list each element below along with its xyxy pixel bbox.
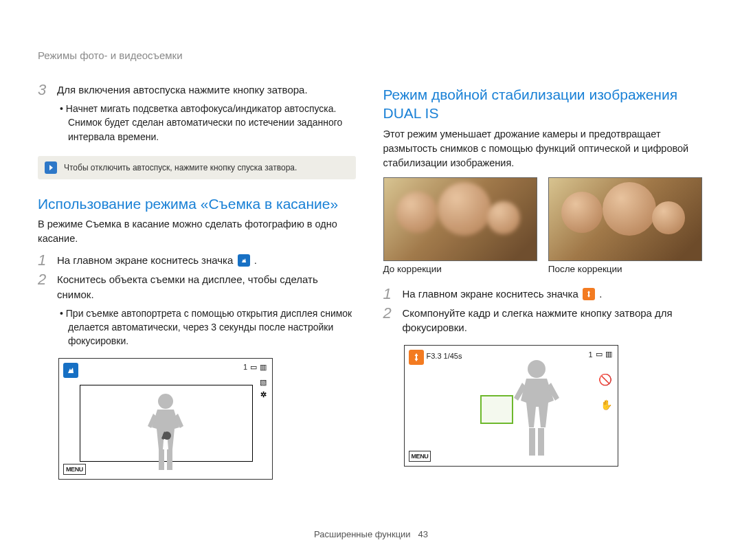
two-column-layout: 3 Для включения автоспуска нажмите кнопк… xyxy=(38,82,701,480)
step-number: 3 xyxy=(38,82,50,98)
info-icon xyxy=(45,161,57,174)
before-item: До коррекции xyxy=(383,177,536,274)
burst-icon: ✲ xyxy=(260,390,267,399)
footer-section-label: Расширенные функции xyxy=(314,529,411,539)
step-1-text-before-icon: На главном экране коснитесь значка xyxy=(57,254,236,266)
battery-icon: ▥ xyxy=(260,363,267,372)
before-after-row: До коррекции После коррекции xyxy=(383,177,701,274)
step-text: Для включения автоспуска нажмите кнопку … xyxy=(57,82,356,98)
svg-rect-2 xyxy=(167,449,172,470)
child-silhouette xyxy=(144,390,188,475)
step-2: 2 Скомпонуйте кадр и слегка нажмите кноп… xyxy=(383,306,701,336)
step-text: Скомпонуйте кадр и слегка нажмите кнопку… xyxy=(403,306,701,336)
dual-is-mode-icon xyxy=(583,288,595,300)
battery-icon: ▥ xyxy=(605,350,612,359)
note-box: Чтобы отключить автоспуск, нажмите кнопк… xyxy=(38,156,356,179)
stabilization-icon: ✋ xyxy=(600,399,612,410)
after-image xyxy=(548,177,702,261)
svg-rect-5 xyxy=(529,428,535,456)
shots-remaining: 1 xyxy=(243,363,247,371)
menu-button[interactable]: MENU xyxy=(63,464,86,475)
section-heading-dual-is: Режим двойной стабилизации изображения D… xyxy=(383,85,701,123)
manual-page: Режимы фото- и видеосъемки 3 Для включен… xyxy=(0,0,742,560)
note-text: Чтобы отключить автоспуск, нажмите кнопк… xyxy=(64,163,297,172)
step-1: 1 На главном экране коснитесь значка . xyxy=(38,253,356,268)
menu-button[interactable]: MENU xyxy=(409,451,431,462)
flash-icon: ▧ xyxy=(260,378,267,387)
before-image xyxy=(383,177,537,261)
svg-point-4 xyxy=(528,360,546,378)
no-flash-icon: 🚫 xyxy=(598,373,612,386)
shots-remaining: 1 xyxy=(588,350,592,359)
focus-bracket xyxy=(480,395,513,424)
right-column: Режим двойной стабилизации изображения D… xyxy=(383,82,701,480)
step-2: 2 Коснитесь объекта съемки на дисплее, ч… xyxy=(38,272,356,302)
after-item: После коррекции xyxy=(548,177,701,274)
child-silhouette xyxy=(511,357,562,462)
step-1-text-after-icon: . xyxy=(599,288,602,300)
lcd-illustration-touch: 1 ▭ ▥ ▧ ✲ xyxy=(58,358,273,480)
exposure-readout: F3.3 1/45s xyxy=(427,352,462,360)
step-number: 2 xyxy=(383,306,396,336)
before-caption: До коррекции xyxy=(383,264,536,274)
dual-is-icon xyxy=(409,350,424,365)
page-footer: Расширенные функции 43 xyxy=(0,529,742,539)
section-intro: В режиме Съемка в касание можно сделать … xyxy=(38,217,356,246)
svg-rect-6 xyxy=(538,428,544,456)
step-3: 3 Для включения автоспуска нажмите кнопк… xyxy=(38,82,356,98)
svg-rect-1 xyxy=(159,449,164,470)
step-1-text-before-icon: На главном экране коснитесь значка xyxy=(403,288,582,300)
left-column: 3 Для включения автоспуска нажмите кнопк… xyxy=(38,82,356,480)
touch-shot-mode-icon xyxy=(238,254,250,267)
section-intro: Этот режим уменьшает дрожание камеры и п… xyxy=(383,127,701,170)
step-text: На главном экране коснитесь значка . xyxy=(403,287,701,302)
card-icon: ▭ xyxy=(596,350,603,359)
section-heading-touch-shot: Использование режима «Съемка в касание» xyxy=(38,194,356,213)
step-text: На главном экране коснитесь значка . xyxy=(57,253,356,268)
lcd-status-row: 1 ▭ ▥ xyxy=(243,363,267,372)
after-caption: После коррекции xyxy=(548,264,701,274)
step-1: 1 На главном экране коснитесь значка . xyxy=(383,287,701,302)
step-number: 1 xyxy=(38,253,50,268)
lcd-status-row: 1 ▭ ▥ xyxy=(588,350,611,359)
footer-page-number: 43 xyxy=(418,529,427,539)
step-number: 2 xyxy=(38,272,50,302)
step-text: Коснитесь объекта съемки на дисплее, что… xyxy=(57,272,356,302)
step-3-bullet: Начнет мигать подсветка автофокуса/индик… xyxy=(60,102,356,144)
step-2-bullet: При съемке автопортрета с помощью открыт… xyxy=(60,306,356,348)
step-1-text-after-icon: . xyxy=(254,254,257,266)
touch-shot-icon xyxy=(63,363,78,378)
card-icon: ▭ xyxy=(250,363,257,372)
step-number: 1 xyxy=(383,287,396,302)
lcd-illustration-dualis: F3.3 1/45s 1 ▭ ▥ 🚫 ✋ xyxy=(404,345,618,467)
svg-point-0 xyxy=(158,394,173,409)
breadcrumb: Режимы фото- и видеосъемки xyxy=(38,49,183,61)
